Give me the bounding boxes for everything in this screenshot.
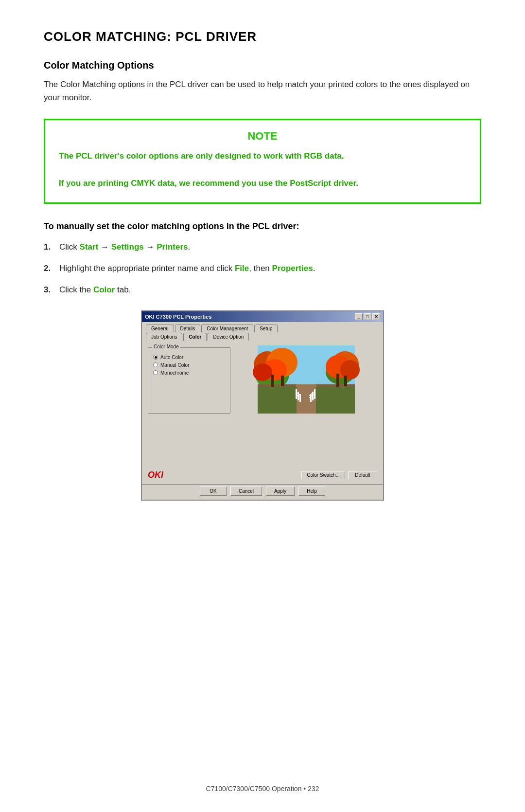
svg-rect-13 xyxy=(316,387,355,414)
step-1: 1. Click Start → Settings → Printers. xyxy=(44,240,481,254)
svg-rect-24 xyxy=(271,375,274,387)
footer-buttons: Color Swatch... Default xyxy=(301,471,377,479)
default-button[interactable]: Default xyxy=(348,471,377,479)
radio-auto-color[interactable]: Auto Color xyxy=(153,355,225,360)
tab-setup[interactable]: Setup xyxy=(254,325,278,332)
step-2: 2. Highlight the appropriate printer nam… xyxy=(44,262,481,275)
step2-link2: Properties xyxy=(272,264,313,273)
color-mode-legend: Color Mode xyxy=(152,344,180,349)
tab-color-management[interactable]: Color Management xyxy=(201,325,253,332)
page-footer: C7100/C7300/C7500 Operation • 232 xyxy=(0,785,525,793)
oki-logo: OKI xyxy=(148,470,163,480)
tab-job-options[interactable]: Job Options xyxy=(146,333,182,341)
note-body: The PCL driver's color options are only … xyxy=(59,149,466,190)
dialog-footer: OKI Color Swatch... Default xyxy=(142,467,383,484)
tab-general[interactable]: General xyxy=(146,325,174,332)
radio-manual-color-label: Manual Color xyxy=(160,362,189,368)
step-3: 3. Click the Color tab. xyxy=(44,283,481,297)
tab-device-option[interactable]: Device Option xyxy=(208,333,249,341)
svg-rect-12 xyxy=(258,387,297,414)
intro-paragraph: The Color Matching options in the PCL dr… xyxy=(44,78,481,104)
tab-details[interactable]: Details xyxy=(175,325,201,332)
procedure-heading: To manually set the color matching optio… xyxy=(44,221,481,232)
section-heading: Color Matching Options xyxy=(44,60,481,71)
dialog-title: OKI C7300 PCL Properties xyxy=(145,314,211,320)
step-2-number: 2. xyxy=(44,262,51,275)
empty-content-area xyxy=(142,418,383,467)
step1-link1: Start xyxy=(80,242,99,252)
radio-manual-color[interactable]: Manual Color xyxy=(153,362,225,368)
step2-link1: File xyxy=(235,264,249,273)
autumn-scene-svg xyxy=(235,345,377,414)
svg-point-9 xyxy=(340,360,360,379)
radio-monochrome-circle xyxy=(153,370,158,375)
help-button[interactable]: Help xyxy=(298,487,325,496)
radio-auto-color-circle xyxy=(153,355,158,360)
radio-auto-color-label: Auto Color xyxy=(160,355,183,360)
apply-button[interactable]: Apply xyxy=(266,487,295,496)
minimize-button[interactable]: _ xyxy=(355,313,363,320)
step1-link3: Printers xyxy=(157,242,188,252)
dialog-titlebar: OKI C7300 PCL Properties _ □ ✕ xyxy=(142,311,383,322)
radio-monochrome-label: Monochrome xyxy=(160,370,189,376)
radio-manual-color-circle xyxy=(153,362,158,367)
dialog-body: Color Mode Auto Color Manual Color Monoc… xyxy=(142,341,383,418)
svg-rect-26 xyxy=(336,374,339,387)
preview-image xyxy=(235,345,377,414)
note-title: NOTE xyxy=(59,130,466,143)
note-box: NOTE The PCL driver's color options are … xyxy=(44,119,481,203)
tabs-row1: General Details Color Management Setup xyxy=(146,325,379,332)
step-3-number: 3. xyxy=(44,283,51,297)
steps-list: 1. Click Start → Settings → Printers. 2.… xyxy=(44,240,481,297)
dialog-screenshot: OKI C7300 PCL Properties _ □ ✕ General D… xyxy=(141,310,384,501)
color-mode-group: Color Mode Auto Color Manual Color Monoc… xyxy=(148,347,230,414)
close-button[interactable]: ✕ xyxy=(372,313,380,320)
radio-monochrome[interactable]: Monochrome xyxy=(153,370,225,376)
svg-point-6 xyxy=(253,363,272,381)
titlebar-controls: _ □ ✕ xyxy=(355,313,380,320)
svg-rect-25 xyxy=(281,376,284,386)
ok-button[interactable]: OK xyxy=(200,487,227,496)
cancel-button[interactable]: Cancel xyxy=(230,487,262,496)
step1-link2: Settings xyxy=(111,242,144,252)
maximize-button[interactable]: □ xyxy=(364,313,371,320)
color-swatch-button[interactable]: Color Swatch... xyxy=(301,471,345,479)
tabs-row1-container: General Details Color Management Setup J… xyxy=(142,322,383,341)
svg-rect-19 xyxy=(310,394,312,402)
svg-rect-17 xyxy=(314,389,315,399)
note-line2: If you are printing CMYK data, we recomm… xyxy=(59,179,358,188)
step3-link1: Color xyxy=(93,285,115,294)
dialog-bottom-buttons: OK Cancel Apply Help xyxy=(142,484,383,500)
note-line1: The PCL driver's color options are only … xyxy=(59,151,344,161)
page-title: COLOR MATCHING: PCL DRIVER xyxy=(44,29,481,44)
tab-color[interactable]: Color xyxy=(183,333,207,341)
step-1-number: 1. xyxy=(44,240,51,254)
tabs-row2: Job Options Color Device Option xyxy=(146,333,379,341)
svg-rect-27 xyxy=(344,376,347,386)
